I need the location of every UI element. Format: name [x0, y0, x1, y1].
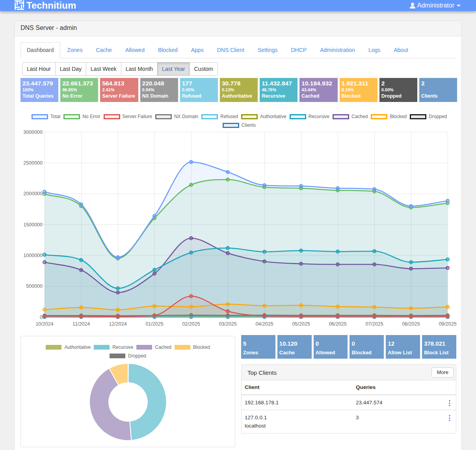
svg-text:09/2025: 09/2025 [439, 321, 456, 327]
svg-text:10/2024: 10/2024 [35, 321, 53, 327]
svg-text:12/2024: 12/2024 [109, 321, 126, 327]
svg-text:0: 0 [40, 315, 43, 320]
svg-text:07/2025: 07/2025 [365, 321, 383, 327]
svg-text:1500000: 1500000 [23, 222, 43, 228]
svg-text:05/2025: 05/2025 [292, 321, 310, 327]
svg-text:3000000: 3000000 [23, 130, 43, 135]
svg-text:2500000: 2500000 [23, 160, 43, 166]
svg-text:11/2024: 11/2024 [73, 321, 90, 327]
svg-text:03/2025: 03/2025 [219, 321, 236, 327]
svg-text:500000: 500000 [26, 283, 43, 289]
svg-text:04/2025: 04/2025 [255, 321, 273, 327]
svg-text:2000000: 2000000 [23, 191, 43, 196]
svg-text:01/2025: 01/2025 [145, 321, 163, 327]
svg-text:02/2025: 02/2025 [182, 321, 200, 327]
svg-text:1000000: 1000000 [23, 253, 43, 258]
svg-text:06/2025: 06/2025 [329, 321, 346, 327]
svg-text:08/2025: 08/2025 [402, 321, 420, 327]
